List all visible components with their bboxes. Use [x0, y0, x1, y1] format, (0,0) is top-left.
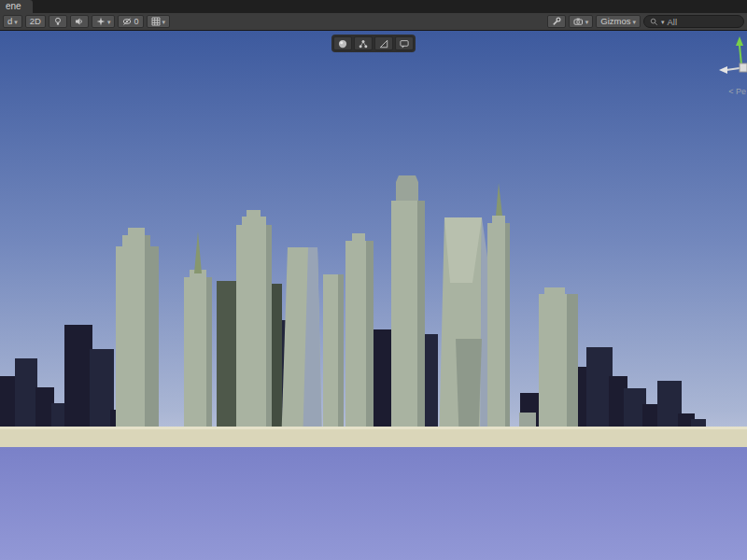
- draw-mode-label: d: [7, 16, 12, 27]
- 2d-toggle[interactable]: 2D: [25, 15, 46, 28]
- wrench-icon: [552, 17, 561, 26]
- chevron-down-icon: ▾: [107, 17, 111, 28]
- scene-visibility-toggle[interactable]: 0: [118, 15, 143, 28]
- unity-scene-view: ene d ▾ 2D: [0, 0, 747, 560]
- effects-dropdown[interactable]: ▾: [92, 15, 116, 28]
- component-tools-button[interactable]: [547, 15, 566, 28]
- chevron-down-icon: ▾: [632, 17, 636, 28]
- nodes-icon: [358, 38, 369, 49]
- label-icon: [399, 38, 410, 49]
- chevron-down-icon: ▾: [661, 19, 665, 26]
- axis-gizmo-icon: [717, 33, 747, 85]
- toolbar-right-group: ▾ Gizmos ▾ ▾ All: [547, 15, 744, 28]
- scene-canvas[interactable]: [0, 31, 747, 560]
- overlay-nodes-tool[interactable]: [354, 36, 373, 50]
- lighting-toggle[interactable]: [49, 15, 67, 28]
- chevron-down-icon: ▾: [162, 17, 166, 28]
- audio-toggle[interactable]: [70, 15, 89, 28]
- gizmos-label: Gizmos: [600, 16, 630, 27]
- overlay-label-tool[interactable]: [395, 36, 414, 50]
- scene-viewport[interactable]: < Pe: [0, 31, 747, 560]
- chevron-down-icon: ▾: [14, 17, 18, 28]
- speaker-icon: [75, 17, 84, 26]
- tab-bar: ene: [0, 0, 747, 13]
- draw-mode-dropdown[interactable]: d ▾: [3, 15, 22, 28]
- bulb-icon: [53, 17, 63, 26]
- scene-toolbar: d ▾ 2D ▾: [0, 13, 747, 31]
- 2d-label: 2D: [30, 16, 41, 27]
- camera-dropdown[interactable]: ▾: [569, 15, 594, 28]
- scene-tab-label: ene: [6, 1, 21, 11]
- sphere-icon: [337, 38, 348, 49]
- overlay-sphere-tool[interactable]: [333, 36, 352, 50]
- star-icon: [96, 17, 106, 26]
- angle-icon: [378, 38, 389, 49]
- chevron-down-icon: ▾: [585, 17, 589, 28]
- scene-tab[interactable]: ene: [0, 0, 33, 13]
- gizmos-dropdown[interactable]: Gizmos ▾: [596, 15, 641, 28]
- perspective-label[interactable]: < Pe: [728, 87, 746, 96]
- toolbar-left-group: d ▾ 2D ▾: [3, 15, 170, 28]
- eye-off-icon: [122, 17, 132, 26]
- search-icon: [650, 18, 658, 26]
- grid-icon: [151, 17, 161, 26]
- hidden-count: 0: [134, 16, 138, 27]
- grid-dropdown[interactable]: ▾: [147, 15, 171, 28]
- overlay-angle-tool[interactable]: [374, 36, 393, 50]
- scene-overlay-toolbar: [331, 35, 416, 52]
- search-value: All: [668, 17, 678, 27]
- orientation-gizmo[interactable]: [717, 33, 747, 85]
- camera-icon: [573, 17, 584, 26]
- search-input[interactable]: ▾ All: [643, 15, 744, 28]
